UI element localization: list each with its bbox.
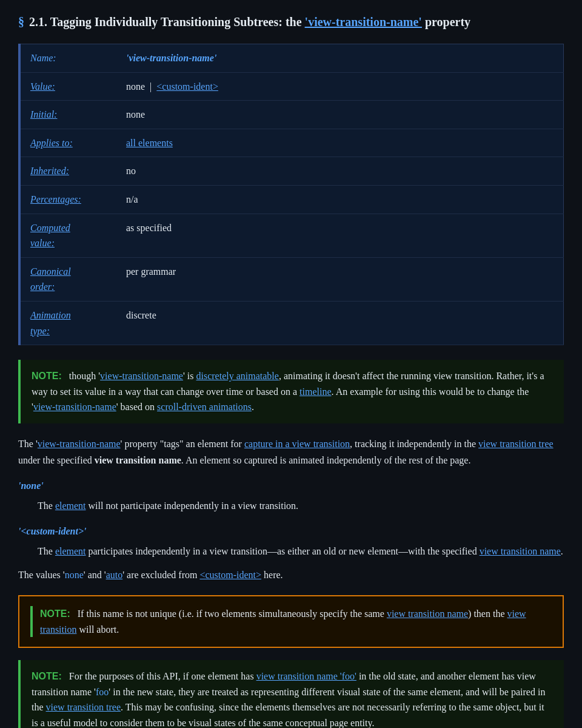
vtn-link-body1[interactable]: view-transition-name (38, 439, 121, 449)
prop-value-inherited: no (116, 157, 564, 186)
section-title-link[interactable]: 'view-transition-name' (305, 15, 422, 29)
prop-label-canonical: Canonicalorder: (19, 257, 116, 301)
table-row-value: Value: none | <custom-ident> (19, 72, 564, 101)
prop-value-canonical: per grammar (116, 257, 564, 301)
prop-value-applies: all elements (116, 129, 564, 157)
prop-label-initial-link[interactable]: Initial: (30, 109, 57, 120)
table-row-animation: Animationtype: discrete (19, 301, 564, 345)
table-row-computed: Computedvalue: as specified (19, 214, 564, 257)
vtn-link-note1b[interactable]: view-transition-name (33, 402, 116, 412)
auto-link[interactable]: auto (106, 570, 123, 580)
note-box-3: NOTE: For the purposes of this API, if o… (18, 660, 564, 728)
vtn-link-custom[interactable]: view transition name (480, 546, 561, 556)
prop-label-applies-link[interactable]: Applies to: (30, 138, 73, 148)
prop-label-animation: Animationtype: (19, 301, 116, 345)
prop-label-value: Value: (19, 72, 116, 101)
prop-label-canonical-link[interactable]: Canonicalorder: (30, 266, 71, 292)
prop-label-value-link[interactable]: Value: (30, 81, 55, 92)
prop-label-inherited: Inherited: (19, 157, 116, 186)
all-elements-link[interactable]: all elements (126, 138, 173, 148)
property-table: Name: 'view-transition-name' Value: none… (18, 44, 564, 345)
element-link-none[interactable]: element (55, 500, 86, 511)
table-row-inherited: Inherited: no (19, 157, 564, 186)
vtn-foo-link[interactable]: view transition name 'foo' (256, 671, 356, 681)
prop-label-computed-link[interactable]: Computedvalue: (30, 223, 70, 249)
vtt-link-note3[interactable]: view transition tree (46, 702, 121, 712)
note-box-1: NOTE: though 'view-transition-name' is d… (18, 360, 564, 423)
vtt-link-body1[interactable]: view transition tree (478, 439, 554, 449)
custom-ident-link[interactable]: <custom-ident> (156, 81, 218, 92)
custom-ident-link2[interactable]: <custom-ident> (199, 570, 261, 580)
scroll-driven-link[interactable]: scroll-driven animations (157, 402, 252, 412)
foo-code: foo (96, 687, 109, 697)
note-label-1: NOTE: (32, 371, 62, 381)
table-row-initial: Initial: none (19, 101, 564, 129)
none-code: none (65, 570, 84, 580)
note1-text: though 'view-transition-name' is discret… (32, 371, 544, 412)
prop-value-computed: as specified (116, 214, 564, 257)
note-box-2-inner: NOTE: If this name is not unique (i.e. i… (30, 606, 552, 637)
def-term-custom-ident: '<custom-ident>' (18, 524, 564, 539)
view-transition-name-bold: view transition name (95, 455, 181, 465)
table-row-applies: Applies to: all elements (19, 129, 564, 157)
table-row-canonical: Canonicalorder: per grammar (19, 257, 564, 301)
table-row-percentages: Percentages: n/a (19, 185, 564, 214)
timeline-link[interactable]: timeline (299, 386, 331, 397)
section-heading: § 2.1. Tagging Individually Transitionin… (18, 12, 564, 32)
table-row-name: Name: 'view-transition-name' (19, 44, 564, 73)
note-box-2-orange: NOTE: If this name is not unique (i.e. i… (18, 595, 564, 648)
note2-text: If this name is not unique (i.e. if two … (40, 608, 526, 635)
values-excluded-para: The values 'none' and 'auto' are exclude… (18, 567, 564, 583)
prop-label-computed: Computedvalue: (19, 214, 116, 257)
prop-value-percentages: n/a (116, 185, 564, 214)
prop-label-percentages: Percentages: (19, 185, 116, 214)
def-body-none: The element will not participate indepen… (38, 497, 564, 514)
prop-value-animation: discrete (116, 301, 564, 345)
vtn-link-note1[interactable]: view-transition-name (100, 371, 183, 381)
element-link-custom[interactable]: element (55, 546, 86, 556)
prop-label-animation-link[interactable]: Animationtype: (30, 310, 71, 336)
section-title: 2.1. Tagging Individually Transitioning … (29, 12, 470, 32)
vtn-link-note2a[interactable]: view transition name (387, 608, 468, 619)
note-label-3: NOTE: (32, 671, 62, 681)
def-term-none: 'none' (18, 478, 564, 494)
def-body-custom-ident: The element participates independently i… (38, 543, 564, 559)
note3-text: For the purposes of this API, if one ele… (32, 671, 545, 728)
discretely-animatable-link[interactable]: discretely animatable (196, 371, 279, 381)
prop-label-name: Name: (19, 44, 116, 73)
body-para-1: The 'view-transition-name' property "tag… (18, 436, 564, 468)
prop-label-initial: Initial: (19, 101, 116, 129)
prop-value-name: 'view-transition-name' (116, 44, 564, 73)
note-label-2: NOTE: (40, 608, 70, 619)
prop-label-percentages-link[interactable]: Percentages: (30, 194, 81, 204)
prop-label-inherited-link[interactable]: Inherited: (30, 166, 69, 176)
prop-value-initial: none (116, 101, 564, 129)
prop-label-applies: Applies to: (19, 129, 116, 157)
section-symbol: § (18, 12, 24, 32)
prop-value-value: none | <custom-ident> (116, 72, 564, 101)
capture-link[interactable]: capture in a view transition (244, 439, 350, 449)
